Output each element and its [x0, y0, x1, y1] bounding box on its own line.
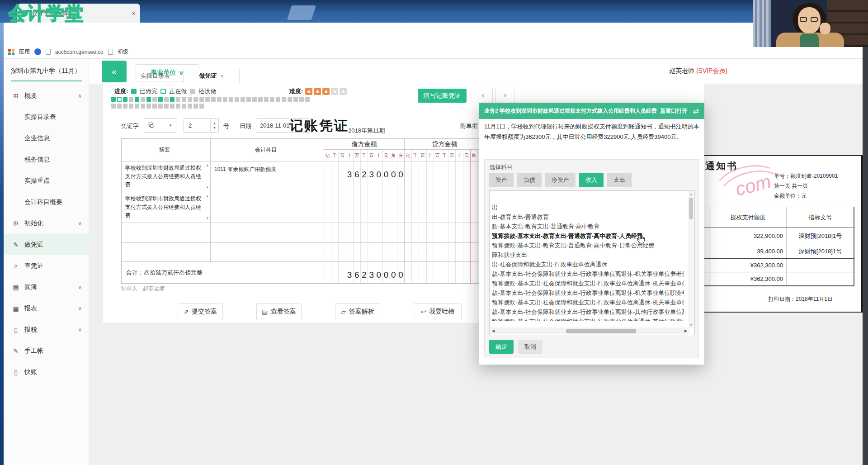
account-option-10[interactable]: 款-基本支出-社会保障和就业支出-行政事业单位离退休-机关事业单位职业年金缴费: [492, 289, 684, 297]
action-答案解析[interactable]: ▱答案解析: [335, 303, 380, 320]
action-查看答案[interactable]: ▤查看答案: [256, 303, 302, 320]
scroll-right-icon[interactable]: ▶: [683, 329, 689, 333]
voucher-progress-square[interactable]: [188, 97, 192, 102]
voucher-word-select[interactable]: 记 ▼: [144, 118, 176, 133]
voucher-progress-square[interactable]: [141, 97, 145, 102]
action-我要吐槽[interactable]: ↩我要吐槽: [414, 303, 462, 320]
account-option-8[interactable]: 款-基本支出-社会保障和就业支出-行政事业单位离退休-机关事业单位养老保险缴费: [492, 270, 684, 278]
voucher-progress-square[interactable]: [276, 97, 280, 102]
voucher-progress-square[interactable]: [152, 104, 157, 109]
voucher-progress-square[interactable]: [117, 97, 122, 102]
close-icon[interactable]: ×: [220, 73, 224, 80]
scrollbar-thumb[interactable]: [689, 198, 693, 219]
sidebar-item-13[interactable]: ✎手工帐: [4, 340, 89, 361]
account-option-5[interactable]: 预算拨款-基本支出-教育支出-普通教育-高中教育-日常公用经费: [492, 242, 655, 250]
open-new-window-link[interactable]: 新窗口打开: [660, 107, 688, 115]
new-tab-button[interactable]: [287, 5, 316, 20]
fill-voucher-button[interactable]: 填写记账凭证: [418, 89, 467, 103]
voucher-progress-square[interactable]: [158, 97, 163, 102]
sidebar-collapse-button[interactable]: «: [102, 61, 127, 82]
voucher-progress-square[interactable]: [193, 104, 198, 109]
voucher-progress-square[interactable]: [135, 97, 139, 102]
voucher-progress-square[interactable]: [270, 97, 274, 102]
confirm-button[interactable]: 确定: [489, 340, 514, 354]
sidebar-item-4[interactable]: 税务信息: [4, 149, 89, 170]
apps-grid-icon[interactable]: [8, 49, 14, 55]
account-cell[interactable]: 1011 零余额账户用款额度: [211, 161, 324, 192]
scroll-down-icon[interactable]: ▼: [688, 323, 694, 327]
scroll-down-icon[interactable]: ▼: [206, 185, 209, 190]
account-cell[interactable]: [211, 243, 324, 262]
sidebar-item-9[interactable]: ⌕查凭证: [4, 255, 89, 276]
voucher-progress-square[interactable]: [229, 97, 233, 102]
sidebar-item-2[interactable]: 实操目录表: [4, 106, 89, 128]
voucher-progress-square[interactable]: [129, 97, 133, 102]
voucher-progress-square[interactable]: [193, 97, 198, 102]
voucher-progress-square[interactable]: [252, 97, 257, 102]
account-option-6[interactable]: 障和就业支出: [492, 251, 527, 259]
bookmark-apps[interactable]: 应用: [19, 48, 30, 56]
bookmark-level[interactable]: 初级: [118, 48, 128, 56]
account-cell[interactable]: [211, 223, 324, 243]
account-option-7[interactable]: 出-社会保障和就业支出-行政事业单位离退休: [492, 261, 608, 269]
voucher-progress-square[interactable]: [235, 97, 239, 102]
voucher-progress-square[interactable]: [170, 97, 175, 102]
voucher-progress-square[interactable]: [246, 97, 251, 102]
voucher-progress-square[interactable]: [164, 97, 169, 102]
bookmark-gensee[interactable]: acc5com.gensee.co: [55, 49, 104, 55]
cancel-button[interactable]: 取消: [518, 340, 542, 354]
next-voucher-button[interactable]: ›: [495, 87, 514, 103]
picker-tab-支出[interactable]: 支出: [607, 173, 632, 187]
account-cell[interactable]: [211, 192, 324, 223]
swap-icon[interactable]: ⇄: [693, 107, 699, 115]
account-option-1[interactable]: 出: [492, 204, 498, 212]
voucher-progress-square[interactable]: [223, 97, 227, 102]
voucher-progress-square[interactable]: [111, 97, 116, 102]
sidebar-item-6[interactable]: 会计科目概要: [4, 191, 89, 213]
horizontal-scrollbar[interactable]: ◀ ▶: [490, 327, 689, 334]
account-option-13[interactable]: 预算拨款-基本支出-社会保障和就业支出-行政事业单位离退休-其他行政事业单位离: [492, 318, 684, 321]
voucher-progress-square[interactable]: [182, 104, 186, 109]
scroll-left-icon[interactable]: ◀: [490, 329, 496, 333]
tab-voucher[interactable]: 做凭证 ×: [183, 69, 240, 83]
account-option-2[interactable]: 出-教育支出-普通教育: [492, 213, 549, 221]
browser-tab[interactable]: 会计学堂-实操 ×: [17, 4, 140, 23]
voucher-progress-square[interactable]: [188, 104, 192, 109]
scroll-up-icon[interactable]: ▲: [206, 194, 209, 199]
stepper-arrows[interactable]: ▲▼: [210, 119, 218, 132]
voucher-progress-square[interactable]: [205, 97, 210, 102]
picker-tab-收入[interactable]: 收入: [579, 173, 604, 187]
sidebar-item-1[interactable]: ⊞概要∧: [4, 85, 89, 106]
voucher-progress-square[interactable]: [305, 97, 310, 102]
voucher-progress-square[interactable]: [264, 97, 269, 102]
voucher-progress-square[interactable]: [135, 104, 139, 109]
sidebar-item-7[interactable]: ⚙初始化∨: [4, 213, 89, 234]
voucher-progress-square[interactable]: [146, 104, 151, 109]
account-option-4[interactable]: 预算拨款-基本支出-教育支出-普通教育-高中教育-人员经费: [492, 232, 643, 240]
account-option-9[interactable]: 预算拨款-基本支出-社会保障和就业支出-行政事业单位离退休-机关事业单位养老保险: [492, 280, 684, 288]
action-提交答案[interactable]: ⇗提交答案: [178, 303, 223, 320]
tab-close-icon[interactable]: ×: [132, 9, 136, 17]
voucher-progress-square[interactable]: [288, 97, 292, 102]
voucher-number-stepper[interactable]: 2 ▲▼: [184, 118, 219, 133]
voucher-progress-square[interactable]: [199, 97, 204, 102]
voucher-progress-square[interactable]: [258, 97, 263, 102]
vertical-scrollbar[interactable]: ▲ ▼: [688, 191, 694, 328]
account-option-12[interactable]: 款-基本支出-社会保障和就业支出-行政事业单位离退休-其他行政事业单位离退休支: [492, 308, 684, 316]
voucher-progress-square[interactable]: [158, 104, 163, 109]
tab-catalog[interactable]: 实操目录表: [127, 69, 183, 83]
voucher-progress-square[interactable]: [199, 104, 204, 109]
picker-tab-净资产[interactable]: 净资产: [545, 173, 576, 187]
prev-voucher-button[interactable]: ‹: [474, 87, 493, 103]
sidebar-item-5[interactable]: 实操重点: [4, 170, 89, 191]
voucher-progress-square[interactable]: [241, 97, 245, 102]
voucher-progress-square[interactable]: [217, 97, 222, 102]
summary-cell[interactable]: 学校收到深圳市财政局通过授权支付方式拨入公用经费和人员经费▲▼: [122, 161, 211, 192]
voucher-progress-square[interactable]: [282, 97, 286, 102]
voucher-progress-square[interactable]: [293, 97, 298, 102]
sidebar-item-11[interactable]: ▦报表∨: [4, 298, 89, 319]
voucher-progress-square[interactable]: [170, 104, 175, 109]
voucher-progress-square[interactable]: [117, 104, 122, 109]
voucher-progress-square[interactable]: [129, 104, 133, 109]
picker-tab-负债[interactable]: 负债: [517, 173, 542, 187]
